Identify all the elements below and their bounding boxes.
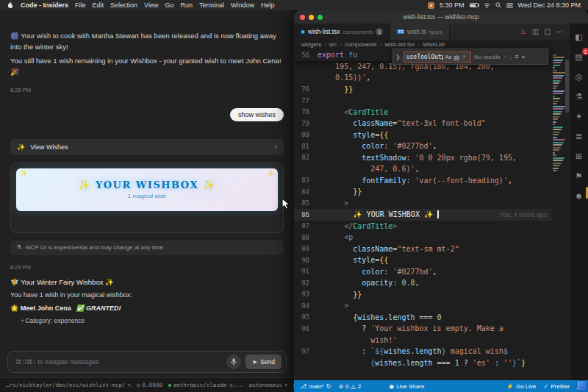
code-line-95[interactable]: 95 {wishes.length === 0 (294, 312, 551, 324)
wifi-icon[interactable] (484, 3, 490, 8)
code-line-92[interactable]: 92 opacity: 0.8, (294, 277, 551, 289)
bookmark-icon[interactable]: ⚑ (573, 170, 585, 182)
mode-selector[interactable]: autonomous ▾ (249, 382, 288, 388)
menubar-clock[interactable]: Wed Dec 24 8:30 PM (518, 1, 581, 9)
sparkle-tool-icon[interactable]: ✦ (573, 110, 585, 122)
apple-menu-icon[interactable] (7, 1, 14, 9)
find-next-button[interactable]: ↓ (509, 54, 512, 60)
breadcrumb-components[interactable]: components (345, 41, 377, 48)
battery-icon[interactable] (470, 3, 478, 7)
control-center-icon[interactable] (506, 3, 513, 8)
send-button[interactable]: ➤ Send (245, 354, 282, 369)
problems-status[interactable]: ⊘ 0 △ 2 (338, 383, 361, 390)
code-line-wrap[interactable]: wish!' (294, 335, 551, 346)
scrollbar-thumb[interactable] (565, 60, 569, 113)
regex-toggle[interactable]: .* (462, 54, 465, 60)
code-line-90[interactable]: 90 style={{ (294, 254, 551, 266)
menubar-app-name[interactable]: Code - Insiders (21, 1, 68, 9)
breadcrumb-widgets[interactable]: widgets (301, 41, 321, 48)
code-line-78[interactable]: 78 <CardTitle (294, 107, 551, 118)
copilot-icon[interactable]: ◎ (573, 71, 585, 82)
code-line-wrap[interactable]: 247, 0.6)', (294, 163, 551, 175)
indent (318, 313, 353, 321)
code-line-97[interactable]: 97 : `${wishes.length} magical wish$ (294, 346, 551, 357)
warnings-icon: △ (351, 383, 356, 390)
breadcrumb-wish-list.tsx[interactable]: wish-list.tsx (384, 41, 415, 48)
menu-run[interactable]: Run (180, 1, 193, 9)
token: 247, 0.6)' (370, 165, 415, 173)
menu-window[interactable]: Window (231, 1, 254, 9)
code-line-88[interactable]: 88 <p (294, 232, 551, 243)
match-case-toggle[interactable]: Aa (445, 54, 452, 60)
branch-status[interactable]: ⎇ main* ↻ (300, 383, 331, 390)
code-line-80[interactable]: 80 style={{ (294, 129, 551, 141)
vscode-title-bar[interactable]: wish-list.tsx — wishlist-mcp (294, 10, 588, 24)
chat-icon[interactable]: ▤2 (573, 51, 585, 63)
layout-panel-icon[interactable]: ◧ (573, 31, 585, 43)
find-input[interactable] (406, 54, 443, 60)
code-line-91[interactable]: 91 color: '#0277bd', (294, 266, 551, 278)
code-line-79[interactable]: 79 className="text-3xl font-bold" (294, 118, 551, 129)
model-selector[interactable]: anthropic/claude-s... (168, 382, 243, 388)
menu-selection[interactable]: Selection (110, 1, 137, 9)
split-editor-icon[interactable]: ◫ (532, 28, 539, 35)
expand-replace-chevron[interactable]: ❯ (395, 54, 401, 60)
breadcrumb-WishList[interactable]: WishList (423, 41, 445, 48)
code-line-87[interactable]: 87 </CardTitle> (294, 221, 551, 232)
code-line-89[interactable]: 89 className="text-sm mt-2" (294, 243, 551, 255)
code-line-85[interactable]: 85 > (294, 198, 551, 210)
code-text: }} (318, 188, 362, 196)
more-actions-icon[interactable]: ⋯ (556, 28, 563, 35)
close-find-button[interactable]: × (521, 54, 525, 60)
menu-file[interactable]: File (75, 1, 86, 9)
workspace-path[interactable]: …rs/nicktaylor/dev/oss/wishlist-mcp/ ✎ (6, 382, 131, 388)
line-number: 77 (294, 97, 318, 104)
tab-wish.ts[interactable]: TSwish.tstypes (390, 24, 450, 40)
account-icon[interactable]: ☻ (573, 190, 585, 202)
go-live-button[interactable]: ⚡ Go Live (506, 383, 537, 390)
database-icon[interactable]: ≣ (573, 130, 585, 142)
session-cost[interactable]: ◎ 0.0000 (137, 382, 162, 388)
menu-help[interactable]: Help (261, 1, 275, 9)
close-window-button[interactable] (300, 15, 305, 20)
code-line-82[interactable]: 82 textShadow: '0 0 20px rgba(79, 195, (294, 152, 551, 164)
search-icon[interactable] (495, 2, 501, 8)
find-in-selection-button[interactable]: ≡ (515, 54, 519, 60)
whole-word-toggle[interactable]: ab (453, 54, 459, 60)
line-number: 95 (294, 313, 318, 321)
code-line-wrap[interactable]: {wishes.length === 1 ? 'es' : ''}`} (294, 357, 551, 369)
tab-wish-list.tsx[interactable]: ◉wish-list.tsxcomponents1 (294, 24, 390, 40)
token: : (406, 177, 415, 185)
hot-reload-icon[interactable]: ♨ (520, 28, 526, 35)
minimap[interactable] (551, 49, 569, 380)
minimize-window-button[interactable] (309, 15, 314, 20)
message-input[interactable] (15, 358, 222, 366)
beaker-icon[interactable]: ⚗ (573, 90, 585, 102)
formatter-status[interactable]: ✓ Prettier (544, 383, 570, 390)
code-line-76[interactable]: 76 }} (294, 84, 551, 96)
zoom-window-button[interactable] (318, 15, 323, 20)
menu-view[interactable]: View (144, 1, 158, 9)
code-line-77[interactable]: 77 (294, 95, 551, 107)
code-line-wrap[interactable]: 0.15))', (294, 72, 551, 84)
breadcrumb-src[interactable]: src (329, 41, 337, 48)
code-line-83[interactable]: 83 fontFamily: 'var(--font-heading)', (294, 175, 551, 187)
screen-record-menubar-icon[interactable] (428, 2, 434, 9)
find-previous-button[interactable]: ↑ (503, 54, 506, 60)
mic-button[interactable] (226, 354, 241, 369)
menu-terminal[interactable]: Terminal (199, 1, 224, 9)
code-line-86[interactable]: 86 ✨ YOUR WISHBOX ✨ You, 4 hours ago (294, 209, 551, 221)
editor-pane[interactable]: 56export fu 195, 247, 0.15), rgba(186, 1… (294, 49, 569, 380)
live-share-status[interactable]: ◉ Live Share (389, 383, 424, 390)
view-wishes-expander[interactable]: ✨ View Wishes › (10, 139, 284, 155)
menu-edit[interactable]: Edit (93, 1, 104, 9)
code-line-93[interactable]: 93 }} (294, 289, 551, 301)
menu-go[interactable]: Go (165, 1, 173, 9)
code-line-96[interactable]: 96 ? 'Your wishbox is empty. Make a (294, 323, 551, 335)
extensions-icon[interactable]: ⊞ (573, 150, 585, 162)
toggle-layout-icon[interactable]: ▢ (544, 28, 551, 35)
code-line-81[interactable]: 81 color: '#0277bd', (294, 140, 551, 152)
minimap-line (553, 67, 555, 68)
code-line-84[interactable]: 84 }} (294, 186, 551, 198)
code-line-94[interactable]: 94 > (294, 300, 551, 312)
